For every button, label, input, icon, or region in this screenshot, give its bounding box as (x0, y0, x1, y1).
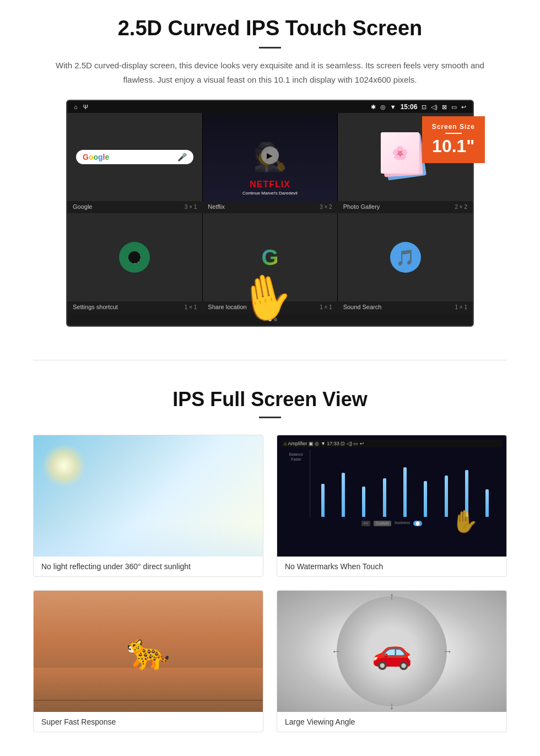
settings-icon: ⚙ (119, 242, 150, 273)
sun-glow (42, 444, 86, 488)
car-top-view-icon: 🚗 (371, 632, 413, 671)
equalizer-image: ⌂ Amplifier ▣ ◎ ▼ 17:33 ⊡ ◁) ▭ ↩ Balance… (277, 435, 506, 557)
ground-surface (34, 668, 263, 712)
hand-pointing-icon: 🤚 (234, 267, 298, 327)
eq-labels: Balance Fader (284, 450, 309, 517)
app-grid-bottom: ⚙ G 🤚 🎵 (67, 213, 473, 301)
photo-card-main: 🌸 (381, 132, 419, 174)
fast-response-label: Super Fast Response (34, 712, 263, 732)
eq-bars-container (310, 450, 500, 517)
eq-bar-1 (321, 484, 325, 517)
netflix-subtitle: Continue Marvel's Daredevil (208, 191, 332, 196)
eq-bar-7 (445, 476, 448, 517)
badge-size-value: 10.1" (432, 136, 475, 156)
arrow-right: → (442, 646, 452, 657)
app-grid-top: Google 🎤 🕵️ ▶ NETFLIX Continue Marvel's … (67, 113, 473, 201)
arrow-left: ← (331, 646, 341, 657)
title-underline (259, 47, 281, 48)
sound-search-cell[interactable]: 🎵 (338, 213, 473, 301)
section-curved-screen: 2.5D Curved IPS Touch Screen With 2.5D c… (0, 0, 540, 338)
watermark-label: No Watermarks When Touch (277, 557, 506, 576)
car-image: 🚗 ↑ ↓ ← → (277, 591, 506, 712)
section2-underline (259, 417, 281, 418)
eq-container: Balance Fader ✋ (282, 447, 502, 519)
sunlight-label: No light reflecting under 360° direct su… (34, 557, 263, 576)
features-grid: No light reflecting under 360° direct su… (33, 435, 507, 732)
netflix-info-overlay: NETFLIX Continue Marvel's Daredevil (203, 113, 338, 201)
arrow-up: ↑ (390, 591, 395, 602)
eq-bar-2 (342, 473, 345, 517)
cheetah-emoji: 🐆 (126, 631, 170, 672)
status-time: 15:06 (401, 103, 418, 111)
viewing-angle-label: Large Viewing Angle (277, 712, 506, 732)
feature-fast-response-card: 🐆 Super Fast Response (33, 590, 263, 732)
arrow-down: ↓ (390, 700, 395, 712)
eq-status-bar: ⌂ Amplifier ▣ ◎ ▼ 17:33 ⊡ ◁) ▭ ↩ (282, 440, 502, 447)
android-display: ⌂ Ψ ✱ ◎ ▼ 15:06 ⊡ ◁) ⊠ ▭ ↩ (66, 100, 474, 327)
badge-divider (445, 133, 462, 134)
eq-fader-label: Fader (284, 457, 309, 461)
section2-title: IPS Full Screen View (33, 388, 507, 411)
cheetah-image: 🐆 (34, 591, 263, 712)
bluetooth-icon: ✱ (371, 104, 376, 111)
status-right-icons: ✱ ◎ ▼ 15:06 ⊡ ◁) ⊠ ▭ ↩ (371, 103, 466, 111)
home-icon: ⌂ (74, 104, 78, 110)
screen-icon: ▭ (451, 104, 457, 111)
camera-icon: ⊡ (422, 104, 426, 111)
sunlight-image (34, 435, 263, 557)
eq-loudness-label: loudness (395, 521, 410, 526)
usb-icon: Ψ (83, 104, 88, 110)
netflix-cell[interactable]: 🕵️ ▶ NETFLIX Continue Marvel's Daredevil (203, 113, 338, 201)
screen-size-badge: Screen Size 10.1" (422, 116, 485, 163)
eq-home: ⌂ Amplifier ▣ ◎ ▼ 17:33 ⊡ ◁) ▭ ↩ (284, 441, 364, 446)
close-icon: ⊠ (442, 104, 447, 111)
feature-watermark-card: ⌂ Amplifier ▣ ◎ ▼ 17:33 ⊡ ◁) ▭ ↩ Balance… (277, 435, 507, 577)
music-icon: 🎵 (396, 249, 415, 267)
section1-description: With 2.5D curved-display screen, this de… (50, 58, 490, 87)
section1-title: 2.5D Curved IPS Touch Screen (33, 17, 507, 40)
eq-balance-label: Balance (284, 452, 309, 456)
volume-icon: ◁) (431, 104, 438, 111)
settings-cell[interactable]: ⚙ (67, 213, 202, 301)
netflix-logo: NETFLIX (208, 180, 332, 190)
google-logo: Google (83, 153, 109, 161)
eq-toggle[interactable]: ⬤ (413, 521, 422, 526)
section-divider (33, 360, 507, 360)
car-oval-bg: 🚗 ↑ ↓ ← → (337, 596, 447, 706)
labels-row1: Google 3 × 1 Netflix 3 × 2 Photo Gallery… (67, 201, 473, 213)
photo-gallery-label: Photo Gallery 2 × 2 (338, 201, 473, 213)
car-visual: 🚗 ↑ ↓ ← → (337, 596, 447, 706)
settings-label: Settings shortcut 1 × 1 (67, 301, 202, 314)
sound-search-label: Sound Search 1 × 1 (338, 301, 473, 314)
google-label: Google 3 × 1 (67, 201, 202, 213)
badge-label: Screen Size (432, 123, 475, 131)
eq-bar-5 (403, 467, 407, 517)
google-widget-cell[interactable]: Google 🎤 (67, 113, 202, 201)
haze-effect (34, 523, 263, 557)
eq-bar-9 (485, 489, 489, 517)
eq-bar-6 (424, 481, 427, 517)
flower-icon: 🌸 (392, 145, 408, 161)
status-left-icons: ⌂ Ψ (74, 104, 88, 110)
eq-custom-btn[interactable]: Custom (374, 521, 391, 526)
screen-mockup: ⌂ Ψ ✱ ◎ ▼ 15:06 ⊡ ◁) ⊠ ▭ ↩ (66, 100, 474, 327)
wifi-icon: ▼ (390, 104, 396, 110)
status-bar: ⌂ Ψ ✱ ◎ ▼ 15:06 ⊡ ◁) ⊠ ▭ ↩ (67, 101, 473, 113)
eq-bar-3 (362, 487, 365, 517)
hand-eq-icon: ✋ (451, 509, 479, 534)
eq-bar-4 (383, 478, 386, 517)
share-location-cell[interactable]: G 🤚 (203, 213, 338, 301)
mic-icon: 🎤 (177, 153, 187, 161)
eq-prev-btn[interactable]: << (361, 521, 370, 526)
music-note-icon: 🎵 (390, 242, 421, 273)
google-maps-icon: G (261, 245, 278, 270)
feature-viewing-angle-card: 🚗 ↑ ↓ ← → Large Viewing Angle (277, 590, 507, 732)
feature-sunlight-card: No light reflecting under 360° direct su… (33, 435, 263, 577)
section-ips-view: IPS Full Screen View No light reflecting… (0, 382, 540, 749)
back-icon: ↩ (461, 104, 466, 111)
location-icon: ◎ (380, 104, 386, 111)
google-search-bar[interactable]: Google 🎤 (76, 150, 193, 164)
shadow-line (34, 700, 263, 701)
netflix-label: Netflix 3 × 2 (202, 201, 337, 213)
